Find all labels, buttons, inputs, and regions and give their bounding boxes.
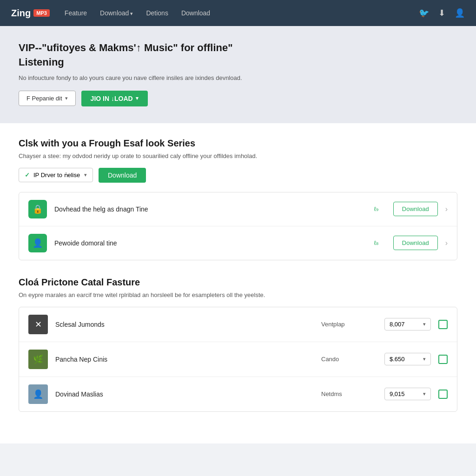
hero-green-btn[interactable]: JIO IN ↓LOAD: [81, 91, 148, 106]
download-icon[interactable]: ⬇: [438, 8, 445, 18]
catalog-count-select[interactable]: 8,007: [384, 318, 431, 331]
nav-download-dropdown[interactable]: Download: [100, 9, 133, 17]
nav-detions[interactable]: Detions: [146, 9, 168, 17]
catalog-row: ✕ Sclesal Jumonds Ventplap 8,007: [19, 307, 457, 342]
catalog-thumb-plant: 🌿: [28, 350, 48, 369]
catalog-count-select[interactable]: $.650: [384, 353, 431, 365]
item-download-btn[interactable]: Download: [393, 202, 438, 216]
section-series: Clsk with you a Frough Esaf look Series …: [19, 138, 457, 260]
item-count: ℓ₈: [374, 239, 378, 246]
logo-badge: MP3: [33, 9, 50, 17]
catalog-checkbox[interactable]: [438, 320, 448, 329]
catalog-name: Sclesal Jumonds: [55, 321, 314, 328]
list-item: 👤 Pewoide domoral tine ℓ₈ Download ›: [19, 226, 457, 260]
nav-links: Feature Download Detions Download: [65, 9, 419, 17]
catalog-type: Ventplap: [321, 321, 377, 328]
catalog-name: Pancha Nep Cinis: [55, 356, 314, 363]
section1-desc: Chayser a stee: my odvdod neridy up orat…: [19, 152, 457, 159]
section2-desc: On eypre marales an earcif trne witel rp…: [19, 291, 457, 298]
list-item: 🔒 Dovhead the helg as dnagn Tine ℓ₉ Down…: [19, 192, 457, 226]
catalog-checkbox[interactable]: [438, 390, 448, 399]
catalog-thumb-person: 👤: [28, 384, 48, 404]
section1-title: Clsk with you a Frough Esaf look Series: [19, 138, 457, 149]
series-dropdown[interactable]: ✓ IP Drver to ṅelise: [19, 168, 93, 182]
item-download-btn[interactable]: Download: [393, 236, 438, 250]
catalog-type: Cando: [321, 356, 377, 363]
logo[interactable]: Zing MP3: [11, 8, 50, 19]
catalog-type: Netdms: [321, 390, 377, 397]
item-count: ℓ₉: [374, 205, 378, 212]
hero-outline-btn[interactable]: F Pepanie dit: [19, 91, 76, 106]
nav-download[interactable]: Download: [181, 9, 210, 17]
navbar: Zing MP3 Feature Download Detions Downlo…: [0, 0, 476, 26]
main-content: Clsk with you a Frough Esaf look Series …: [0, 123, 476, 443]
catalog-row: 🌿 Pancha Nep Cinis Cando $.650: [19, 342, 457, 377]
twitter-icon[interactable]: 🐦: [419, 8, 429, 18]
logo-text: Zing: [11, 8, 31, 19]
catalog-name: Dovinad Maslias: [55, 390, 314, 398]
hero-subtitle: No infoucture fondy to alo yours caure y…: [19, 74, 457, 81]
item-label: Dovhead the helg as dnagn Tine: [54, 205, 367, 213]
hero-section: VIP--"ufitoyes & Makms'↑ Music" for offl…: [0, 26, 476, 123]
series-items-list: 🔒 Dovhead the helg as dnagn Tine ℓ₉ Down…: [19, 192, 457, 260]
user-icon[interactable]: 👤: [455, 8, 465, 18]
item-user-icon: 👤: [28, 234, 47, 252]
catalog-list: ✕ Sclesal Jumonds Ventplap 8,007 🌿 Panch…: [19, 307, 457, 412]
section-catalog: Cloá Prictone Catal Fasture On eypre mar…: [19, 277, 457, 412]
hero-buttons: F Pepanie dit JIO IN ↓LOAD: [19, 91, 457, 106]
chevron-right-icon[interactable]: ›: [445, 239, 448, 247]
catalog-thumb-x: ✕: [28, 315, 48, 334]
nav-icon-area: 🐦 ⬇ 👤: [419, 8, 465, 18]
series-download-btn[interactable]: Download: [99, 168, 146, 183]
item-label: Pewoide domoral tine: [54, 239, 367, 247]
section2-title: Cloá Prictone Catal Fasture: [19, 277, 457, 288]
nav-feature[interactable]: Feature: [65, 9, 87, 17]
catalog-count-select[interactable]: 9,015: [384, 388, 431, 400]
section1-controls: ✓ IP Drver to ṅelise Download: [19, 168, 457, 183]
item-lock-icon: 🔒: [28, 200, 47, 218]
catalog-checkbox[interactable]: [438, 355, 448, 364]
hero-title: VIP--"ufitoyes & Makms'↑ Music" for offl…: [19, 41, 457, 70]
chevron-right-icon[interactable]: ›: [445, 205, 448, 213]
catalog-row: 👤 Dovinad Maslias Netdms 9,015: [19, 377, 457, 411]
